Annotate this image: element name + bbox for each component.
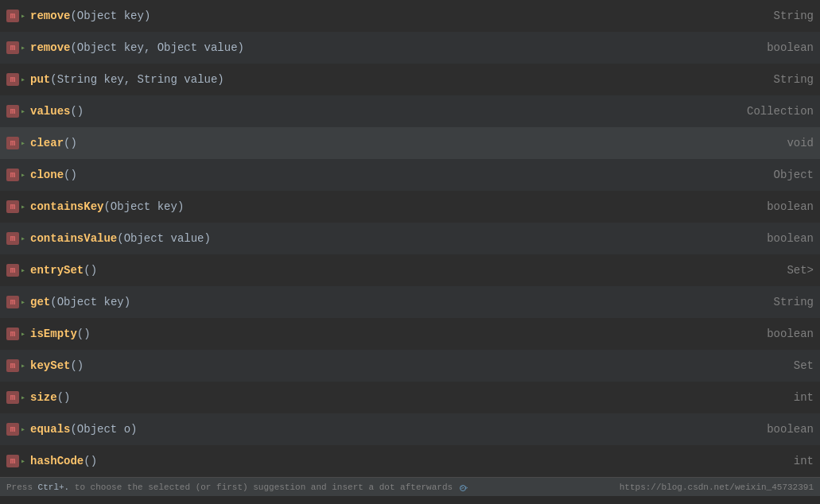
method-name: clone: [30, 169, 64, 181]
method-name: get: [30, 296, 50, 308]
status-bar: Press Ctrl+. to choose the selected (or …: [0, 477, 820, 496]
method-icon: m: [6, 264, 19, 277]
item-return-type: String: [758, 296, 814, 308]
method-name: isEmpty: [30, 328, 77, 340]
completion-item[interactable]: m ▸ remove(Object key, Object value) boo…: [0, 32, 820, 64]
method-icon: m: [6, 10, 19, 22]
method-name: keySet: [30, 359, 70, 372]
completion-item[interactable]: m ▸ size() int: [0, 382, 820, 413]
method-icon: m: [6, 200, 19, 213]
item-icon: m ▸: [6, 137, 25, 149]
method-params: (): [84, 455, 97, 467]
item-signature: entrySet(): [30, 264, 771, 277]
completion-item[interactable]: m ▸ equals(Object o) boolean: [0, 413, 820, 445]
completion-item[interactable]: m ▸ containsKey(Object key) boolean: [0, 191, 820, 223]
method-icon: m: [6, 423, 19, 436]
completion-item[interactable]: m ▸ keySet() Set: [0, 350, 820, 382]
item-signature: size(): [30, 391, 778, 404]
method-icon: m: [6, 137, 19, 149]
item-icon: m ▸: [6, 455, 25, 467]
item-return-type: Set>: [771, 264, 814, 277]
item-return-type: boolean: [751, 41, 814, 54]
method-name: remove: [30, 41, 70, 54]
item-signature: isEmpty(): [30, 328, 751, 340]
method-params: (Object key): [70, 10, 150, 22]
method-name: entrySet: [30, 264, 84, 277]
completion-item[interactable]: m ▸ isEmpty() boolean: [0, 318, 820, 350]
visibility-arrow: ▸: [21, 361, 25, 370]
item-return-type: Collection: [731, 105, 814, 118]
item-signature: containsKey(Object key): [30, 200, 751, 213]
method-params: (): [70, 105, 84, 118]
visibility-arrow: ▸: [21, 11, 25, 21]
item-signature: hashCode(): [30, 455, 778, 467]
method-icon: m: [6, 232, 19, 245]
visibility-arrow: ▸: [21, 266, 25, 275]
method-name: put: [30, 73, 50, 86]
method-icon: m: [6, 328, 19, 340]
completion-item[interactable]: m ▸ clone() Object: [0, 159, 820, 191]
method-name: values: [30, 105, 70, 118]
visibility-arrow: ▸: [21, 393, 25, 402]
method-icon: m: [6, 41, 19, 54]
item-signature: remove(Object key, Object value): [30, 41, 751, 54]
completion-item[interactable]: m ▸ remove(Object key) String: [0, 0, 820, 32]
method-icon: m: [6, 73, 19, 86]
item-icon: m ▸: [6, 200, 25, 213]
item-return-type: boolean: [751, 232, 814, 245]
item-icon: m ▸: [6, 328, 25, 340]
method-params: (): [84, 264, 97, 277]
method-params: (): [64, 169, 77, 181]
method-name: remove: [30, 10, 70, 22]
method-params: (Object key, Object value): [70, 41, 243, 54]
item-return-type: String: [758, 10, 814, 22]
ctrl-shortcut: Ctrl+.: [38, 483, 70, 492]
completion-list: m ▸ remove(Object key) String m ▸ remove…: [0, 0, 820, 504]
method-name: hashCode: [30, 455, 84, 467]
completion-item[interactable]: m ▸ containsValue(Object value) boolean: [0, 223, 820, 254]
method-params: (): [77, 328, 91, 340]
item-return-type: boolean: [751, 328, 814, 340]
method-icon: m: [6, 296, 19, 308]
item-icon: m ▸: [6, 296, 25, 308]
item-return-type: Object: [758, 169, 814, 181]
item-return-type: int: [778, 391, 814, 404]
item-return-type: void: [771, 137, 814, 149]
completion-item[interactable]: m ▸ values() Collection: [0, 95, 820, 127]
method-params: (): [70, 359, 84, 372]
visibility-arrow: ▸: [21, 329, 25, 339]
item-icon: m ▸: [6, 169, 25, 181]
item-icon: m ▸: [6, 105, 25, 118]
method-name: containsValue: [30, 232, 117, 245]
method-icon: m: [6, 455, 19, 467]
method-name: containsKey: [30, 200, 103, 213]
method-params: (Object key): [103, 200, 184, 213]
visibility-arrow: ▸: [21, 170, 25, 180]
item-return-type: boolean: [751, 200, 814, 213]
method-icon: m: [6, 391, 19, 404]
item-signature: put(String key, String value): [30, 73, 758, 86]
completion-item[interactable]: m ▸ clear() void: [0, 127, 820, 159]
completion-item[interactable]: m ▸ get(Object key) String: [0, 286, 820, 318]
method-params: (Object o): [70, 423, 137, 436]
status-url: https://blog.csdn.net/weixin_45732391: [620, 483, 814, 492]
item-return-type: boolean: [751, 423, 814, 436]
method-params: (): [64, 137, 77, 149]
item-signature: remove(Object key): [30, 10, 758, 22]
visibility-arrow: ▸: [21, 75, 25, 84]
item-signature: keySet(): [30, 359, 778, 372]
item-return-type: Set: [778, 359, 814, 372]
item-icon: m ▸: [6, 391, 25, 404]
item-return-type: int: [778, 455, 814, 467]
completion-item[interactable]: m ▸ entrySet() Set>: [0, 254, 820, 286]
method-name: equals: [30, 423, 70, 436]
item-signature: clear(): [30, 137, 771, 149]
method-name: size: [30, 391, 57, 404]
visibility-arrow: ▸: [21, 43, 25, 52]
visibility-arrow: ▸: [21, 456, 25, 466]
completion-item[interactable]: m ▸ hashCode() int: [0, 445, 820, 477]
completion-items-container: m ▸ remove(Object key) String m ▸ remove…: [0, 0, 820, 477]
completion-item[interactable]: m ▸ put(String key, String value) String: [0, 64, 820, 95]
visibility-arrow: ▸: [21, 297, 25, 307]
item-signature: values(): [30, 105, 731, 118]
